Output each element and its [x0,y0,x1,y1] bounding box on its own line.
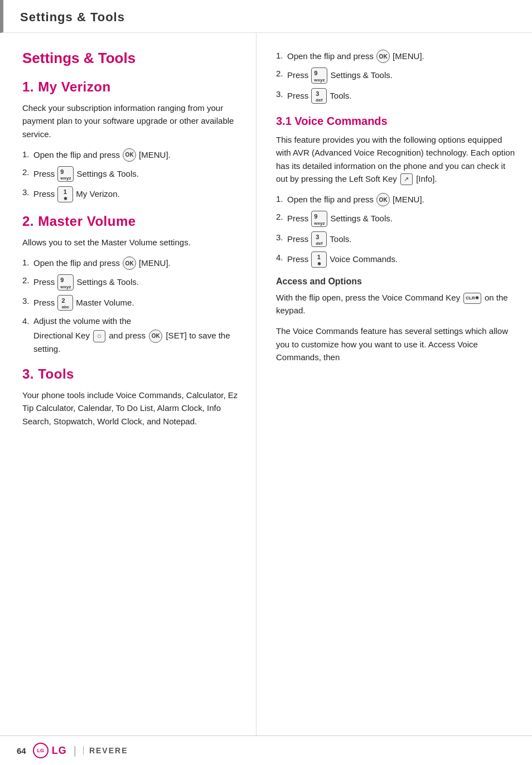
step-item: 2. Press 9wxyz Settings & Tools. [22,274,239,290]
step-item: 1. Open the flip and press OK [MENU]. [276,193,515,206]
step-item: 3. Press 3def Tools. [276,231,515,248]
step-item: 1. Open the flip and press OK [MENU]. [276,50,515,63]
footer-divider: | [74,744,76,757]
section-my-verizon: 1. My Verizon Check your subscription in… [22,79,239,202]
3def-key: 3def [311,231,327,248]
tools-steps-continued: 1. Open the flip and press OK [MENU]. 2.… [276,50,515,104]
1i-key: 1✱ [57,186,73,202]
step-item: 4. Press 1✱ Voice Commands. [276,251,515,268]
my-verizon-title: 1. My Verizon [22,79,239,95]
9wxyz-key: 9wxyz [311,211,327,227]
page-number: 64 [17,746,26,756]
master-volume-steps: 1. Open the flip and press OK [MENU]. 2.… [22,256,239,355]
access-options-body1: With the flip open, press the Voice Comm… [276,291,515,317]
9wxyz-key: 9wxyz [57,166,74,182]
access-options-body3: The Voice Commands feature has several s… [276,325,515,364]
9wxyz-key: 9wxyz [57,274,74,290]
step-item: 3. Press 1✱ My Verizon. [22,186,239,202]
revere-brand: REVERE [83,746,128,755]
step-item: 2. Press 9wxyz Settings & Tools. [276,67,515,84]
tools-title: 3. Tools [22,366,239,382]
section-master-volume: 2. Master Volume Allows you to set the M… [22,214,239,355]
section-voice-commands: 3.1 Voice Commands This feature provides… [276,115,515,364]
lg-text: LG [52,745,67,757]
my-verizon-steps: 1. Open the flip and press OK [MENU]. 2.… [22,148,239,202]
step-item: 1. Open the flip and press OK [MENU]. [22,256,239,270]
ok-key-icon: OK [123,256,136,270]
directional-key-icon: ○ [93,330,105,342]
master-volume-body: Allows you to set the Master Volume sett… [22,236,239,249]
voice-commands-body: This feature provides you with the follo… [276,133,515,185]
banner-title: Settings & Tools [20,10,125,24]
clr-key-icon: CLR✱ [463,293,481,304]
my-verizon-body: Check your subscription information rang… [22,101,239,141]
step-item: 2. Press 9wxyz Settings & Tools. [276,211,515,227]
step-item: 3. Press 3def Tools. [276,88,515,104]
ok-key-icon: OK [376,50,390,63]
lg-circle-icon: LG [33,743,49,758]
left-column: Settings & Tools 1. My Verizon Check you… [0,33,257,735]
step-item: 2. Press 9wxyz Settings & Tools. [22,166,239,182]
left-soft-key-icon: ↗ [400,173,413,185]
voice-commands-steps: 1. Open the flip and press OK [MENU]. 2.… [276,193,515,268]
3def-key: 3def [311,88,327,104]
main-content: Settings & Tools 1. My Verizon Check you… [0,33,532,735]
page-main-title: Settings & Tools [22,50,239,67]
9wxyz-key: 9wxyz [311,67,327,84]
right-column: 1. Open the flip and press OK [MENU]. 2.… [257,33,532,735]
ok-set-key-icon: OK [149,330,162,343]
footer: 64 LG LG | REVERE [0,735,532,765]
1i-key: 1✱ [311,251,327,268]
ok-key-icon: OK [376,193,390,206]
lg-logo: LG LG [33,743,67,758]
top-banner: Settings & Tools [0,0,532,33]
master-volume-title: 2. Master Volume [22,214,239,229]
tools-steps: 1. Open the flip and press OK [MENU]. 2.… [276,50,515,104]
voice-commands-title: 3.1 Voice Commands [276,115,515,128]
page-wrapper: Settings & Tools Settings & Tools 1. My … [0,0,532,765]
step-item: 3. Press 2abc Master Volume. [22,295,239,311]
ok-key-icon: OK [123,148,136,162]
tools-body: Your phone tools include Voice Commands,… [22,389,239,428]
step-item: 1. Open the flip and press OK [MENU]. [22,148,239,162]
step-item: 4. Adjust the volume with the Directiona… [22,315,239,355]
2abc-key: 2abc [57,295,73,311]
access-options-title: Access and Options [276,277,515,287]
section-tools: 3. Tools Your phone tools include Voice … [22,366,239,428]
